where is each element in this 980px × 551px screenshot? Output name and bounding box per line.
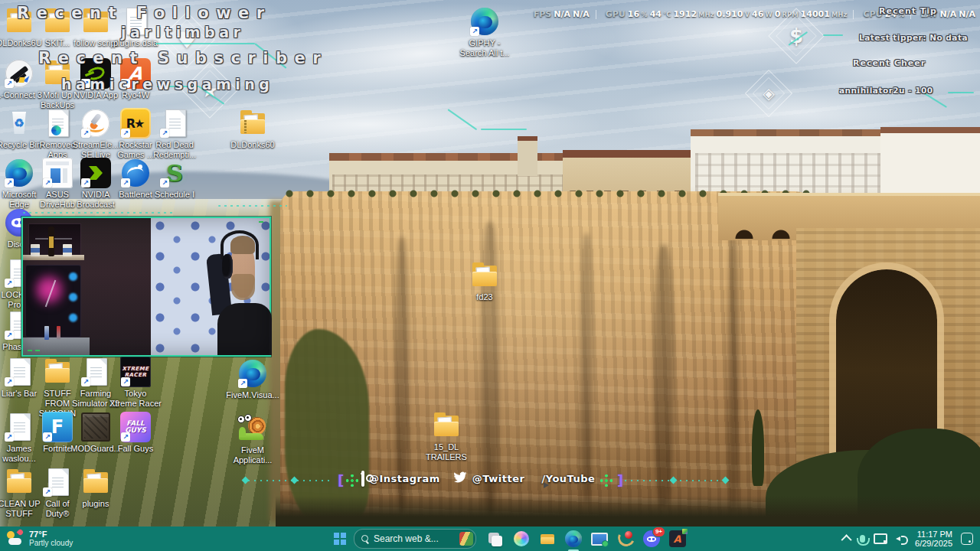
decorative-detail: [14, 367, 25, 378]
search-input[interactable]: Search web &...: [354, 529, 476, 549]
stats-unit: MHz: [698, 11, 714, 18]
recent-cheer-value: annihilator2u - 100: [839, 86, 933, 95]
decorative-detail: 77°F Partly cloudy: [29, 530, 73, 547]
network-icon[interactable]: [874, 533, 887, 544]
shortcut-arrow-icon: [5, 79, 14, 88]
taskbar-app-edge-icon[interactable]: [564, 530, 583, 549]
taskbar-app-stacked-windows-icon[interactable]: [485, 530, 505, 549]
stats-label: GPU: [606, 9, 626, 19]
recent-follower-label: Recent Follower: [17, 4, 272, 22]
weather-temp: 77°F: [29, 530, 73, 539]
webcam-overlay: [21, 217, 271, 357]
decorative-detail: [17, 529, 24, 536]
icon-label: Call of Duty®: [45, 499, 69, 519]
clock[interactable]: 11:17 PM 6/29/2025: [915, 530, 952, 548]
bracket-decoration-right: [617, 472, 623, 488]
taskbar-app-copilot-icon[interactable]: [511, 530, 531, 549]
desktop-icon-fd23[interactable]: fd23: [456, 260, 513, 302]
decorative-detail: [361, 471, 364, 487]
desktop-icon-plugins-folder[interactable]: plugins: [67, 467, 124, 509]
search-icon: [361, 535, 369, 543]
icon-label: Schedule I: [155, 190, 194, 200]
decorative-detail: [100, 359, 106, 365]
taskbar-weather-widget[interactable]: 77°F Partly cloudy: [6, 529, 73, 547]
overlay-line: [948, 92, 974, 93]
stats-val: N/A: [959, 9, 975, 19]
taskbar-app-pc-manager-icon[interactable]: [590, 530, 609, 549]
microphone-icon[interactable]: [860, 535, 865, 543]
taskbar-app-file-explorer-icon[interactable]: [537, 530, 557, 549]
decorative-detail: [453, 472, 466, 483]
decorative-detail: [83, 478, 108, 493]
icon-label: 15_DL TRAILERS: [426, 442, 467, 462]
stats-val: 16: [628, 9, 639, 19]
desktop-icon-fall-guys[interactable]: Fall Guys: [107, 412, 164, 454]
decorative-detail: [52, 478, 64, 488]
search-placeholder: Search web &...: [374, 533, 455, 544]
decorative-detail: [7, 478, 31, 493]
start-button[interactable]: [334, 533, 346, 545]
shortcut-arrow-icon: [121, 377, 130, 386]
overlay-dotted-line: [218, 205, 287, 207]
overlay-dotted-line: [23, 212, 176, 214]
speaker-icon[interactable]: [896, 534, 906, 543]
shortcut-arrow-icon: [43, 178, 52, 187]
stats-val: 1912: [673, 9, 697, 19]
shortcut-arrow-icon: [81, 178, 90, 187]
decorative-detail: [23, 218, 270, 355]
decorative-detail: [341, 540, 346, 545]
desktop-icon-giphy-search[interactable]: GIPHY - Search All t...: [456, 6, 513, 58]
decorative-detail: [244, 414, 252, 422]
shortcut-arrow-icon: [160, 129, 169, 138]
desktop-icon-fivem-visual[interactable]: FiveM.Visua...: [224, 358, 281, 400]
stats-val: 44: [650, 9, 662, 19]
desktop-icon-fivem-application[interactable]: FiveM Applicati...: [224, 413, 281, 465]
shortcut-arrow-icon: [81, 129, 90, 138]
stats-val: 0.910: [717, 9, 743, 19]
dldonks60-zip-icon: [237, 108, 268, 139]
social-item-twitter: @Twitter: [452, 471, 525, 487]
decorative-detail: [334, 540, 339, 545]
recent-tip-value: Latest tipper: No data: [859, 33, 968, 42]
decorative-detail: [565, 530, 582, 547]
stats-unit: V: [744, 11, 750, 18]
stats-unit: %: [641, 11, 648, 18]
schedule-i-icon: [159, 158, 190, 188]
desktop-icon-15-dl-trailers[interactable]: 15_DL TRAILERS: [418, 410, 475, 462]
overlay-line: [481, 129, 527, 130]
desktop-icon-schedule-i[interactable]: Schedule I: [146, 158, 203, 200]
overlay-line: [155, 43, 255, 44]
shortcut-arrow-icon: [5, 377, 14, 386]
stats-unit: MHz: [831, 11, 848, 18]
tray-overflow-chevron-icon[interactable]: [841, 534, 852, 545]
decorative-detail: [334, 533, 339, 538]
decorative-detail: [492, 536, 502, 546]
giphy-search-icon: [469, 6, 500, 37]
decorative-detail: [341, 533, 346, 538]
recent-cheer-label: Recent Cheer: [853, 58, 926, 68]
icon-label: plugins: [83, 499, 109, 509]
twitter-icon: [452, 471, 468, 487]
icon-label: SKIT...: [45, 38, 70, 48]
fd23-icon: [469, 260, 500, 291]
taskbar-app-orange-a-app-icon[interactable]: [668, 530, 687, 549]
stats-val: N/A: [573, 9, 590, 19]
stats-val: N/A: [940, 9, 957, 19]
desktop-icon-red-dead-redemption[interactable]: Red Dead Redempti...: [146, 108, 203, 160]
shortcut-arrow-icon: [121, 432, 130, 442]
taskbar-app-icons: 9+: [485, 530, 687, 549]
decorative-detail: [452, 471, 468, 484]
instagram-icon: [361, 472, 364, 486]
taskbar-app-red-orb-app-icon[interactable]: [616, 530, 635, 549]
shortcut-arrow-icon: [121, 129, 130, 138]
fivem-visual-icon: [237, 358, 268, 389]
desktop: DLDonks6USKIT...follow scriptplugins.dsi…: [0, 0, 980, 551]
taskbar-app-discord-icon[interactable]: 9+: [642, 530, 661, 549]
notification-center-icon[interactable]: [961, 533, 973, 545]
desktop-icon-tokyo-xtreme-racer[interactable]: Tokyo Xtreme Racer: [107, 357, 164, 409]
gem-icon: ◈: [763, 84, 774, 103]
modguard-icon: [80, 412, 111, 442]
social-handle-label: /YouTube: [541, 473, 595, 484]
taskbar: 77°F Partly cloudy Search web &... 9+ 11…: [0, 527, 980, 551]
shortcut-arrow-icon: [470, 27, 479, 36]
